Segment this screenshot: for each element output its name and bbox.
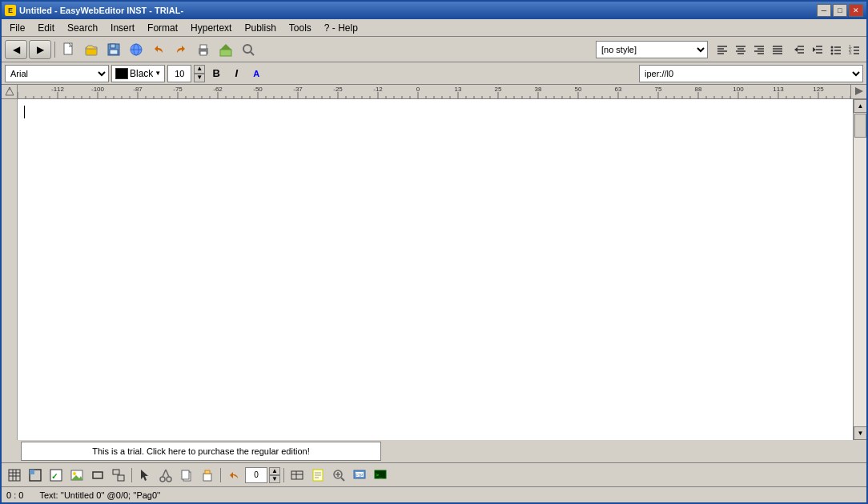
style-align-section: [no style] Heading 1 Heading 2 Heading 3… <box>596 41 863 58</box>
bottom-cut-icon[interactable] <box>156 466 175 484</box>
new-button[interactable] <box>58 40 79 59</box>
svg-line-73 <box>166 470 169 477</box>
bottom-sep-3 <box>283 468 284 482</box>
bottom-terminal-icon[interactable]: >_ <box>371 466 390 484</box>
ruler-canvas <box>18 85 850 98</box>
indent-increase-button[interactable] <box>809 41 826 58</box>
cursor-position: 0 : 0 <box>6 490 23 500</box>
menu-insert[interactable]: Insert <box>104 20 141 36</box>
menu-hypertext[interactable]: Hypertext <box>184 20 238 36</box>
color-swatch <box>115 68 128 79</box>
bottom-undo-icon[interactable] <box>224 466 243 484</box>
svg-line-72 <box>163 470 166 477</box>
indent-decrease-button[interactable] <box>790 41 808 58</box>
undo-up[interactable]: ▲ <box>269 467 280 475</box>
bottom-copy-icon[interactable] <box>177 466 196 484</box>
undo-button[interactable] <box>148 40 169 59</box>
style-dropdown[interactable]: [no style] Heading 1 Heading 2 Heading 3… <box>596 41 708 58</box>
bottom-table2-icon[interactable] <box>26 466 45 484</box>
svg-rect-66 <box>93 472 102 478</box>
scroll-down-button[interactable]: ▼ <box>854 426 866 440</box>
link-color-button[interactable]: A <box>247 65 265 82</box>
italic-button[interactable]: I <box>227 65 245 82</box>
bottom-note-icon[interactable] <box>308 466 328 484</box>
bottom-rect-icon[interactable] <box>88 466 107 484</box>
menu-format[interactable]: Format <box>141 20 184 36</box>
status-info: Text: ''Untitled 0'' @0/0; ''Pag0'' <box>39 490 160 500</box>
open-button[interactable] <box>81 40 102 59</box>
bottom-pointer-icon[interactable] <box>135 466 155 484</box>
ruler-scale <box>18 85 850 98</box>
text-cursor <box>24 106 25 118</box>
restore-button[interactable]: □ <box>833 4 847 17</box>
editor-content[interactable] <box>18 99 853 440</box>
font-color-picker[interactable]: Black ▼ <box>111 65 165 82</box>
site-button[interactable] <box>215 40 236 59</box>
print-button[interactable] <box>193 40 214 59</box>
main-area: ▲ ▼ This is a trial. Click here to purch… <box>2 99 866 502</box>
bottom-table-icon[interactable] <box>5 466 24 484</box>
bottom-image-icon[interactable] <box>67 466 86 484</box>
redo-button[interactable] <box>171 40 191 59</box>
trial-banner[interactable]: This is a trial. Click here to purchase … <box>21 442 381 461</box>
back-button[interactable]: ◀ <box>5 40 27 59</box>
undo-down[interactable]: ▼ <box>269 475 280 483</box>
menu-search[interactable]: Search <box>61 20 104 36</box>
title-bar: E Untitled - EasyWebEditor INST - TRIAL-… <box>2 2 866 19</box>
font-size-up[interactable]: ▲ <box>194 65 205 74</box>
scroll-thumb[interactable] <box>854 114 866 138</box>
svg-rect-3 <box>111 44 115 48</box>
app-icon: E <box>5 5 16 16</box>
scroll-track[interactable] <box>854 113 866 426</box>
bold-button[interactable]: B <box>207 65 225 82</box>
color-label: Black <box>130 68 153 79</box>
bottom-table3-icon[interactable] <box>287 466 307 484</box>
align-left-button[interactable] <box>713 41 731 58</box>
save-button[interactable] <box>103 40 124 59</box>
ruler-end-icon <box>850 85 866 98</box>
bottom-check-icon[interactable]: ✓ <box>46 466 66 484</box>
svg-rect-76 <box>203 474 211 481</box>
undo-count-input[interactable] <box>245 467 267 483</box>
bottom-zoom-icon[interactable] <box>329 466 348 484</box>
svg-text:3.: 3. <box>849 50 852 55</box>
menu-file[interactable]: File <box>3 20 31 36</box>
font-size-down[interactable]: ▼ <box>194 74 205 82</box>
forward-button[interactable]: ▶ <box>29 40 51 59</box>
scroll-up-button[interactable]: ▲ <box>854 99 866 113</box>
close-button[interactable]: ✕ <box>849 4 863 17</box>
svg-line-86 <box>341 478 344 481</box>
align-right-button[interactable] <box>750 41 768 58</box>
font-family-dropdown[interactable]: Arial Times New Roman Courier New Verdan… <box>5 65 109 82</box>
align-justify-button[interactable] <box>769 41 786 58</box>
svg-marker-53 <box>855 87 863 95</box>
bottom-paste-icon[interactable] <box>198 466 217 484</box>
bottom-sep-2 <box>220 468 221 482</box>
menu-publish[interactable]: Publish <box>238 20 282 36</box>
vertical-scrollbar[interactable]: ▲ ▼ <box>853 99 866 440</box>
window-title: Untitled - EasyWebEditor INST - TRIAL- <box>19 6 183 15</box>
menu-tools[interactable]: Tools <box>283 20 318 36</box>
list-ordered-button[interactable]: 1.2.3. <box>846 41 863 58</box>
svg-point-64 <box>73 472 76 475</box>
url-dropdown[interactable]: iper://l0 <box>639 65 863 82</box>
svg-rect-60 <box>30 470 34 474</box>
minimize-button[interactable]: ─ <box>817 4 831 17</box>
editor-row: ▲ ▼ <box>2 99 866 440</box>
bottom-saveftp-icon[interactable]: FTP <box>350 466 369 484</box>
list-unordered-button[interactable] <box>827 41 845 58</box>
svg-line-14 <box>251 52 254 55</box>
left-margin <box>2 99 18 440</box>
font-size-input[interactable] <box>167 65 191 82</box>
search-button[interactable] <box>238 40 259 59</box>
menu-help[interactable]: ? - Help <box>318 20 364 36</box>
svg-rect-67 <box>113 470 119 474</box>
align-center-button[interactable] <box>732 41 749 58</box>
menu-edit[interactable]: Edit <box>31 20 61 36</box>
svg-rect-54 <box>9 470 20 481</box>
svg-rect-68 <box>118 475 124 481</box>
color-dropdown-icon: ▼ <box>155 70 161 77</box>
svg-marker-35 <box>813 47 816 52</box>
globe-button[interactable] <box>126 40 147 59</box>
bottom-multi-icon[interactable] <box>109 466 128 484</box>
